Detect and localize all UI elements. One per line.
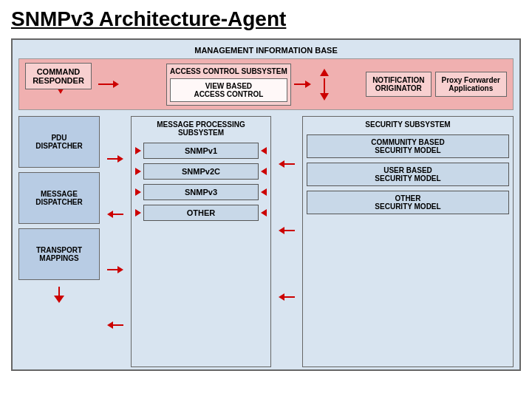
left-column: PDU DISPATCHER MESSAGE DISPATCHER TRANSP… bbox=[18, 116, 100, 367]
message-dispatcher-label: MESSAGE DISPATCHER bbox=[35, 190, 83, 206]
access-control-box: ACCESS CONTROL SUBSYSTEM VIEW BASED ACCE… bbox=[166, 64, 291, 106]
pdu-dispatcher-box: PDU DISPATCHER bbox=[18, 116, 100, 168]
security-column: SECURITY SUBSYSTEM COMMUNITY BASED SECUR… bbox=[302, 116, 514, 367]
proxy-forwarder-label: Proxy Forwarder Applications bbox=[442, 76, 500, 92]
security-box: SECURITY SUBSYSTEM COMMUNITY BASED SECUR… bbox=[302, 116, 514, 367]
view-based-label: VIEW BASED ACCESS CONTROL bbox=[194, 82, 263, 98]
other-box: OTHER bbox=[143, 205, 259, 221]
command-responder-box: COMMAND RESPONDER bbox=[25, 63, 92, 89]
bottom-arrow bbox=[18, 287, 100, 303]
security-label: SECURITY SUBSYSTEM bbox=[307, 120, 509, 129]
snmpv1-row: SNMPv1 bbox=[135, 143, 267, 159]
snmpv2c-arrow-left bbox=[261, 168, 267, 175]
snmpv1-arrow-left bbox=[261, 147, 267, 154]
access-control-label: ACCESS CONTROL SUBSYSTEM bbox=[170, 67, 287, 75]
message-processing-column: MESSAGE PROCESSING SUBSYSTEM SNMPv1 SNM bbox=[131, 116, 271, 367]
pdu-dispatcher-label: PDU DISPATCHER bbox=[35, 134, 83, 150]
snmpv3-arrow-right bbox=[135, 188, 141, 196]
other-row: OTHER bbox=[135, 205, 267, 221]
top-area: COMMAND RESPONDER ACCESS CONTROL SUBSYST… bbox=[18, 58, 514, 110]
outer-container: MANAGEMENT INFORMATION BASE COMMAND RESP… bbox=[11, 38, 521, 371]
snmpv3-row: SNMPv3 bbox=[135, 184, 267, 200]
mib-label: MANAGEMENT INFORMATION BASE bbox=[18, 46, 514, 55]
transport-mappings-box: TRANSPORT MAPPINGS bbox=[18, 228, 100, 280]
message-dispatcher-box: MESSAGE DISPATCHER bbox=[18, 172, 100, 224]
bottom-area: PDU DISPATCHER MESSAGE DISPATCHER TRANSP… bbox=[18, 116, 514, 367]
community-security-box: COMMUNITY BASED SECURITY MODEL bbox=[307, 134, 509, 158]
other-arrow-right bbox=[135, 209, 141, 216]
middle-right-arrows bbox=[276, 116, 298, 367]
transport-mappings-label: TRANSPORT MAPPINGS bbox=[36, 246, 82, 262]
page: SNMPv3 Architecture-Agent MANAGEMENT INF… bbox=[0, 0, 532, 399]
message-processing-box: MESSAGE PROCESSING SUBSYSTEM SNMPv1 SNM bbox=[131, 116, 271, 367]
left-middle-arrows bbox=[104, 116, 126, 367]
snmpv2c-arrow-right bbox=[135, 168, 141, 175]
message-processing-label: MESSAGE PROCESSING SUBSYSTEM bbox=[135, 120, 267, 137]
notification-originator-box: NOTIFICATION ORIGINATOR bbox=[366, 72, 431, 97]
command-responder-label: COMMAND RESPONDER bbox=[33, 67, 84, 85]
page-title: SNMPv3 Architecture-Agent bbox=[11, 7, 521, 31]
notification-originator-label: NOTIFICATION ORIGINATOR bbox=[372, 76, 424, 92]
snmpv1-box: SNMPv1 bbox=[143, 143, 259, 159]
snmpv1-arrow-right bbox=[135, 147, 141, 154]
other-arrow-left bbox=[261, 209, 267, 216]
snmpv2c-row: SNMPv2C bbox=[135, 163, 267, 180]
other-security-box: OTHER SECURITY MODEL bbox=[307, 191, 509, 214]
snmpv3-box: SNMPv3 bbox=[143, 184, 259, 200]
user-security-box: USER BASED SECURITY MODEL bbox=[307, 163, 509, 186]
view-based-box: VIEW BASED ACCESS CONTROL bbox=[170, 78, 287, 102]
snmpv3-arrow-left bbox=[261, 188, 267, 196]
snmpv2c-box: SNMPv2C bbox=[143, 163, 259, 180]
proxy-forwarder-box: Proxy Forwarder Applications bbox=[435, 72, 507, 97]
